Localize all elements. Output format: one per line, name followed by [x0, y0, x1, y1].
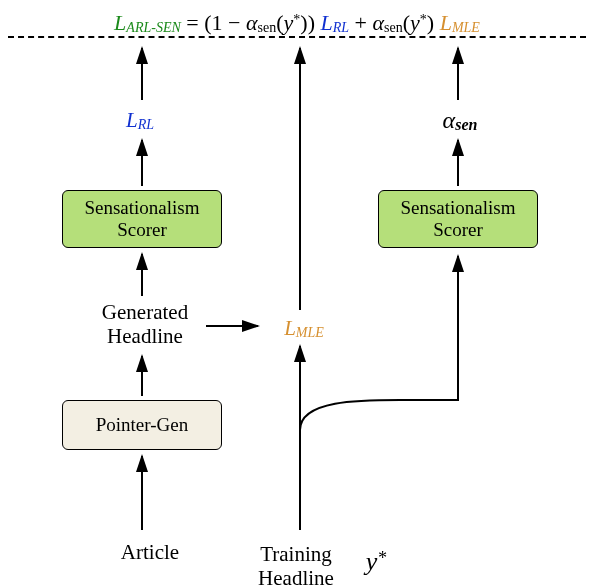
eq-lrl: LRL: [320, 10, 354, 35]
dashed-separator: [8, 36, 586, 38]
eq-ofy2-close: ): [427, 10, 434, 35]
training-headline-label: Training Headline: [236, 542, 356, 588]
ystar-label: y*: [356, 546, 396, 574]
article-text: Article: [121, 540, 179, 564]
scorer-right-text: Sensationalism Scorer: [400, 197, 515, 241]
alpha-sen-label: αsen: [420, 108, 500, 137]
pointer-gen-box: Pointer-Gen: [62, 400, 222, 450]
eq-open: (1 −: [204, 10, 246, 35]
lrl-label: LRL: [100, 108, 180, 137]
eq-close-paren: ): [308, 10, 321, 35]
lrl-L: L: [126, 108, 138, 132]
lrl-sub: RL: [138, 117, 154, 132]
diagram-stage: LARL-SEN = (1 − αsen(y*)) LRL + αsen(y*)…: [0, 0, 594, 588]
eq-lrl-sub: RL: [333, 20, 349, 35]
generated-headline-label: Generated Headline: [90, 300, 200, 348]
eq-ofy-open: (: [276, 10, 283, 35]
scorer-right-box: Sensationalism Scorer: [378, 190, 538, 248]
pointer-gen-text: Pointer-Gen: [96, 414, 189, 436]
eq-lrl-L: L: [320, 10, 332, 35]
eq-lmle-sub: MLE: [452, 20, 480, 35]
arrows-svg: [0, 0, 594, 588]
eq-alpha2: α: [372, 10, 384, 35]
training-headline-text: Training Headline: [258, 542, 334, 588]
eq-equals: =: [186, 10, 204, 35]
eq-lmle: LMLE: [440, 10, 480, 35]
lmle-sub: MLE: [296, 325, 324, 340]
eq-y2: y: [410, 10, 420, 35]
ystar-y: y: [366, 547, 378, 576]
eq-lhs: LARL-SEN: [114, 10, 186, 35]
eq-alpha1-sub: sen: [258, 20, 277, 35]
alpha-sen-sub: sen: [455, 116, 477, 133]
eq-y1: y: [284, 10, 294, 35]
eq-alpha1: α: [246, 10, 258, 35]
lmle-label: LMLE: [264, 316, 344, 345]
ystar-star: *: [377, 548, 386, 568]
scorer-left-box: Sensationalism Scorer: [62, 190, 222, 248]
generated-headline-text: Generated Headline: [102, 300, 188, 348]
eq-lhs-sub: ARL-SEN: [126, 20, 180, 35]
lmle-L: L: [284, 316, 296, 340]
eq-ofy2-open: (: [403, 10, 410, 35]
eq-y2-star: *: [420, 12, 427, 27]
article-label: Article: [100, 540, 200, 564]
alpha-sen-a: α: [443, 107, 456, 133]
eq-lhs-L: L: [114, 10, 126, 35]
eq-lmle-L: L: [440, 10, 452, 35]
eq-ofy-close: ): [300, 10, 307, 35]
scorer-left-text: Sensationalism Scorer: [84, 197, 199, 241]
eq-alpha2-sub: sen: [384, 20, 403, 35]
eq-plus: +: [355, 10, 373, 35]
